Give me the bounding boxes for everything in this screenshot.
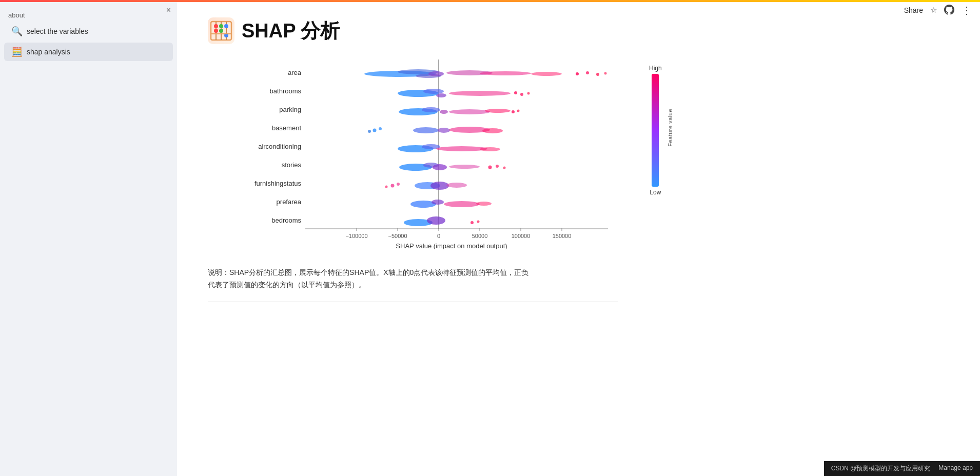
svg-point-86 xyxy=(446,183,467,188)
svg-text:50000: 50000 xyxy=(472,233,488,239)
svg-point-73 xyxy=(480,147,500,151)
svg-point-65 xyxy=(368,130,371,133)
sidebar-item-shap-analysis[interactable]: 🧮 shap analysis xyxy=(4,43,173,61)
svg-text:airconditioning: airconditioning xyxy=(258,143,301,150)
svg-text:stories: stories xyxy=(282,161,302,169)
github-button[interactable] xyxy=(944,5,954,16)
star-icon: ☆ xyxy=(930,6,937,14)
page-title: SHAP 分析 xyxy=(242,18,340,44)
svg-point-47 xyxy=(596,73,599,76)
svg-text:prefarea: prefarea xyxy=(277,198,302,206)
svg-point-78 xyxy=(488,166,492,169)
svg-text:area: area xyxy=(288,69,302,76)
svg-point-61 xyxy=(512,110,515,113)
svg-text:basement: basement xyxy=(272,124,301,132)
svg-point-88 xyxy=(432,200,444,205)
sidebar-item-select-variables[interactable]: 🔍 select the variables xyxy=(4,22,173,41)
abacus-icon: 🧮 xyxy=(11,46,23,57)
star-button[interactable]: ☆ xyxy=(930,6,937,15)
svg-point-64 xyxy=(379,127,382,130)
svg-point-69 xyxy=(482,128,503,133)
svg-point-85 xyxy=(430,182,449,190)
svg-point-41 xyxy=(428,71,444,76)
svg-point-94 xyxy=(477,221,480,223)
shap-title-icon xyxy=(208,17,234,44)
svg-point-60 xyxy=(485,109,511,113)
svg-point-9 xyxy=(219,29,223,33)
svg-point-44 xyxy=(531,72,562,76)
top-toolbar: Share ☆ ⋮ xyxy=(904,4,972,16)
svg-point-80 xyxy=(503,167,506,169)
svg-text:100000: 100000 xyxy=(512,233,531,239)
close-button[interactable]: × xyxy=(166,6,171,14)
svg-point-10 xyxy=(224,24,228,28)
svg-text:parking: parking xyxy=(279,106,301,113)
chart-legend: High Low Feature value xyxy=(639,60,673,196)
svg-point-81 xyxy=(391,184,395,188)
chart-plot: area bathrooms parking basement aircondi… xyxy=(218,60,639,251)
chart-description: 说明：SHAP分析的汇总图，展示每个特征的SHAP值。X轴上的0点代表该特征预测… xyxy=(208,267,598,291)
svg-point-77 xyxy=(449,165,480,169)
svg-text:furnishingstatus: furnishingstatus xyxy=(254,180,302,187)
svg-point-67 xyxy=(438,128,450,133)
svg-point-53 xyxy=(514,91,517,94)
chart-container: area bathrooms parking basement aircondi… xyxy=(218,60,959,251)
description-line1: 说明：SHAP分析的汇总图，展示每个特征的SHAP值。X轴上的0点代表该特征预测… xyxy=(208,268,528,276)
footer-text2: Manage app xyxy=(938,464,973,473)
sidebar-item-label-select-variables: select the variables xyxy=(27,27,88,35)
svg-point-79 xyxy=(496,165,499,168)
page-title-row: SHAP 分析 xyxy=(208,17,959,44)
svg-point-59 xyxy=(449,109,490,114)
github-icon xyxy=(944,5,954,15)
svg-point-43 xyxy=(480,71,531,75)
svg-point-46 xyxy=(586,71,589,74)
sidebar: × about 🔍 select the variables 🧮 shap an… xyxy=(0,2,177,476)
svg-point-52 xyxy=(449,91,511,96)
svg-point-48 xyxy=(604,72,607,75)
svg-text:−50000: −50000 xyxy=(388,233,407,239)
svg-text:SHAP value (impact on model ou: SHAP value (impact on model output) xyxy=(396,242,507,249)
svg-text:−100000: −100000 xyxy=(345,233,367,239)
svg-text:150000: 150000 xyxy=(553,233,572,239)
svg-point-63 xyxy=(373,129,377,132)
footer-text1: CSDN @预测模型的开发与应用研究 xyxy=(831,464,931,473)
main-content: SHAP 分析 area bathrooms pa xyxy=(177,2,980,476)
svg-point-58 xyxy=(440,110,448,114)
legend-gradient-bar xyxy=(652,74,659,187)
svg-point-83 xyxy=(385,186,388,188)
legend-high-label: High xyxy=(649,65,662,72)
sidebar-item-label-shap-analysis: shap analysis xyxy=(27,48,70,56)
section-divider xyxy=(208,302,618,302)
svg-text:bedrooms: bedrooms xyxy=(271,216,301,224)
sidebar-section-label: about xyxy=(0,7,177,21)
share-button[interactable]: Share xyxy=(904,6,923,14)
svg-point-90 xyxy=(476,202,492,206)
search-icon: 🔍 xyxy=(11,26,23,37)
svg-point-55 xyxy=(527,92,530,95)
svg-point-6 xyxy=(214,24,218,28)
legend-low-label: Low xyxy=(650,189,661,196)
svg-text:0: 0 xyxy=(437,233,440,239)
svg-point-57 xyxy=(422,107,440,112)
svg-point-66 xyxy=(413,127,439,133)
more-icon: ⋮ xyxy=(962,5,972,16)
svg-point-82 xyxy=(397,183,400,186)
description-line2: 代表了预测值的变化的方向（以平均值为参照）。 xyxy=(208,281,366,289)
svg-point-62 xyxy=(517,110,520,112)
shap-chart-svg: area bathrooms parking basement aircondi… xyxy=(218,60,639,249)
svg-point-8 xyxy=(219,24,223,28)
svg-point-89 xyxy=(444,201,480,207)
svg-point-50 xyxy=(423,89,444,94)
more-options-button[interactable]: ⋮ xyxy=(962,4,972,16)
svg-point-54 xyxy=(520,93,523,96)
legend-feature-value-label: Feature value xyxy=(667,109,673,147)
svg-point-72 xyxy=(436,146,487,151)
svg-point-51 xyxy=(436,93,446,97)
footer: CSDN @预测模型的开发与应用研究 Manage app xyxy=(824,461,980,476)
svg-point-76 xyxy=(433,164,447,170)
svg-point-92 xyxy=(427,216,445,225)
svg-point-45 xyxy=(576,72,579,75)
svg-point-7 xyxy=(214,29,218,33)
svg-point-93 xyxy=(471,221,474,224)
svg-text:bathrooms: bathrooms xyxy=(270,87,302,95)
